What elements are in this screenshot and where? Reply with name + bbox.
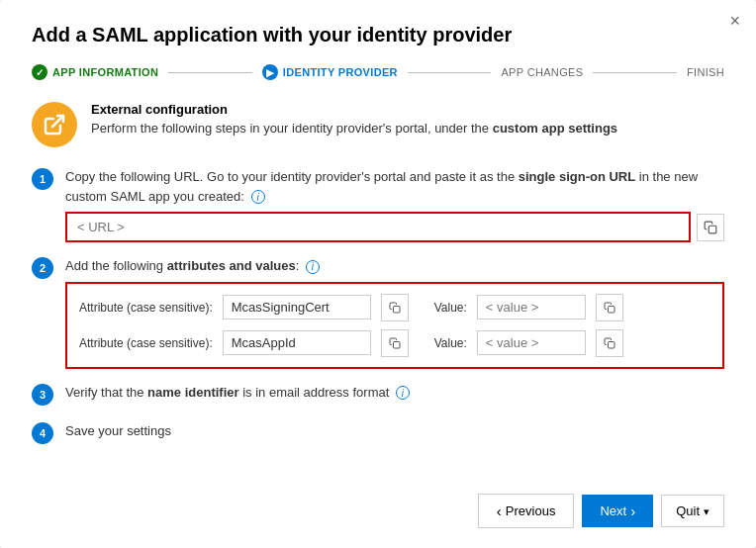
step-content-1: Copy the following URL. Go to your ident… bbox=[65, 167, 724, 242]
copy-url-button[interactable] bbox=[697, 214, 724, 241]
step-text-3: Verify that the name identifier is in em… bbox=[65, 383, 724, 403]
step-finish: FINISH bbox=[687, 66, 724, 78]
step-line-3 bbox=[593, 72, 677, 73]
modal-title: Add a SAML application with your identit… bbox=[32, 24, 724, 46]
chevron-down-icon bbox=[704, 503, 709, 518]
external-config-section: External configuration Perform the follo… bbox=[32, 102, 724, 147]
step-line-2 bbox=[408, 72, 492, 73]
modal-container: × Add a SAML application with your ident… bbox=[0, 0, 756, 548]
step-number-3: 3 bbox=[32, 384, 53, 406]
chevron-left-icon bbox=[497, 502, 502, 519]
step-number-1: 1 bbox=[32, 168, 53, 190]
ext-config-body: Perform the following steps in your iden… bbox=[91, 120, 617, 137]
step-label-finish: FINISH bbox=[687, 66, 724, 78]
modal-footer: Previous Next Quit bbox=[32, 474, 724, 528]
next-button[interactable]: Next bbox=[582, 495, 653, 527]
ext-config-title: External configuration bbox=[91, 102, 617, 117]
external-link-icon bbox=[32, 102, 77, 147]
copy-attr-2-button[interactable] bbox=[381, 329, 409, 357]
step-identity-provider: ▶ IDENTITY PROVIDER bbox=[262, 64, 398, 80]
steps-list: 1 Copy the following URL. Go to your ide… bbox=[32, 167, 724, 461]
svg-rect-2 bbox=[393, 306, 400, 313]
step-text-1: Copy the following URL. Go to your ident… bbox=[65, 167, 724, 206]
url-field-wrapper bbox=[65, 212, 724, 242]
svg-rect-5 bbox=[608, 341, 614, 348]
url-input[interactable] bbox=[65, 212, 691, 242]
step-number-2: 2 bbox=[32, 257, 53, 279]
close-button[interactable]: × bbox=[729, 12, 740, 30]
step-content-2: Add the following attributes and values:… bbox=[65, 256, 724, 369]
step-label-app-changes: APP CHANGES bbox=[501, 66, 583, 78]
step-content-3: Verify that the name identifier is in em… bbox=[65, 383, 724, 409]
copy-value-2-button[interactable] bbox=[596, 329, 623, 357]
step-app-information: ✓ APP INFORMATION bbox=[32, 64, 158, 80]
attr-input-2[interactable] bbox=[223, 330, 371, 355]
chevron-right-icon bbox=[630, 502, 635, 519]
step-row-2: 2 Add the following attributes and value… bbox=[32, 256, 724, 369]
info-icon-step3[interactable]: i bbox=[396, 386, 410, 400]
previous-button[interactable]: Previous bbox=[478, 494, 575, 528]
svg-rect-3 bbox=[608, 306, 614, 313]
step-label-app-information: APP INFORMATION bbox=[52, 66, 158, 78]
step-text-2: Add the following attributes and values:… bbox=[65, 256, 724, 276]
info-icon-step1[interactable]: i bbox=[251, 190, 265, 204]
step-app-changes: APP CHANGES bbox=[501, 66, 583, 78]
value-label-2: Value: bbox=[434, 336, 467, 350]
value-label-1: Value: bbox=[434, 301, 467, 315]
step-row-3: 3 Verify that the name identifier is in … bbox=[32, 383, 724, 409]
attr-label-1: Attribute (case sensitive): bbox=[79, 301, 213, 315]
value-input-1[interactable] bbox=[477, 295, 586, 320]
svg-line-0 bbox=[52, 116, 63, 127]
quit-button[interactable]: Quit bbox=[661, 495, 724, 527]
copy-value-1-button[interactable] bbox=[596, 294, 623, 321]
step-content-4: Save your settings bbox=[65, 421, 724, 447]
value-input-2[interactable] bbox=[477, 330, 586, 355]
attr-input-1[interactable] bbox=[223, 295, 371, 320]
attr-label-2: Attribute (case sensitive): bbox=[79, 336, 213, 350]
external-config-text: External configuration Perform the follo… bbox=[91, 102, 617, 137]
step-number-4: 4 bbox=[32, 422, 53, 444]
step-row-1: 1 Copy the following URL. Go to your ide… bbox=[32, 167, 724, 242]
info-icon-step2[interactable]: i bbox=[306, 260, 320, 274]
attr-row-1: Attribute (case sensitive): Value: bbox=[79, 294, 710, 321]
attributes-table: Attribute (case sensitive): Value: bbox=[65, 282, 724, 369]
stepper: ✓ APP INFORMATION ▶ IDENTITY PROVIDER AP… bbox=[32, 64, 724, 80]
svg-rect-4 bbox=[393, 341, 400, 348]
step-row-4: 4 Save your settings bbox=[32, 421, 724, 447]
attr-row-2: Attribute (case sensitive): Value: bbox=[79, 329, 710, 357]
svg-rect-1 bbox=[709, 226, 716, 233]
copy-attr-1-button[interactable] bbox=[381, 294, 409, 321]
step-line-1 bbox=[168, 72, 252, 73]
step-label-identity-provider: IDENTITY PROVIDER bbox=[283, 66, 398, 78]
step-icon-active: ▶ bbox=[262, 64, 278, 80]
step-icon-done: ✓ bbox=[32, 64, 47, 80]
step-text-4: Save your settings bbox=[65, 421, 724, 441]
